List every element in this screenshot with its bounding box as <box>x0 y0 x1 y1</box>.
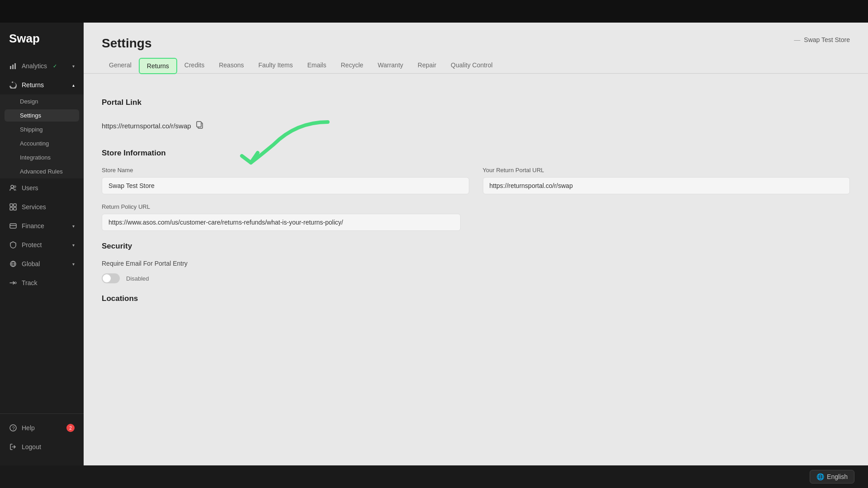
returns-submenu: Design Settings Shipping Accounting Inte… <box>0 94 84 178</box>
analytics-badge: ✓ <box>53 63 57 69</box>
return-policy-label: Return Policy URL <box>102 203 461 210</box>
sidebar-item-help[interactable]: ? Help 2 <box>0 418 84 437</box>
store-info-row-2: Return Policy URL <box>102 203 850 231</box>
logout-icon <box>9 443 17 451</box>
tab-warranty[interactable]: Warranty <box>371 58 410 74</box>
sidebar: Swap Analytics ✓ ▾ Returns ▴ Design Sett… <box>0 23 84 465</box>
tab-recycle[interactable]: Recycle <box>334 58 371 74</box>
svg-rect-0 <box>10 66 11 69</box>
sidebar-item-users[interactable]: Users <box>0 178 84 197</box>
portal-link-section: Portal Link https://returnsportal.co/r/s… <box>102 98 850 135</box>
store-info-title: Store Information <box>102 149 850 158</box>
portal-url-input[interactable] <box>483 177 850 194</box>
tab-repair[interactable]: Repair <box>410 58 443 74</box>
tab-credits[interactable]: Credits <box>177 58 212 74</box>
email-toggle[interactable] <box>102 273 120 283</box>
analytics-arrow: ▾ <box>72 64 75 69</box>
sidebar-item-returns[interactable]: Returns ▴ <box>0 75 84 94</box>
require-email-label: Require Email For Portal Entry <box>102 260 850 267</box>
return-policy-input[interactable] <box>102 214 461 231</box>
store-indicator: — Swap Test Store <box>794 36 850 43</box>
svg-point-11 <box>14 282 16 284</box>
sidebar-label-protect: Protect <box>22 241 42 249</box>
sidebar-sub-settings[interactable]: Settings <box>5 109 79 122</box>
protect-icon <box>9 241 17 249</box>
store-name-input[interactable] <box>102 177 469 194</box>
sidebar-label-global: Global <box>22 260 40 267</box>
svg-rect-15 <box>197 122 201 127</box>
sidebar-item-track[interactable]: Track <box>0 273 84 292</box>
content-header: Settings — Swap Test Store <box>84 23 868 51</box>
sidebar-label-services: Services <box>22 203 46 211</box>
language-button[interactable]: 🌐 English <box>810 470 854 483</box>
locations-title: Locations <box>102 294 850 303</box>
sidebar-item-protect[interactable]: Protect ▾ <box>0 235 84 254</box>
sidebar-item-services[interactable]: Services <box>0 197 84 216</box>
sidebar-sub-advanced-rules[interactable]: Advanced Rules <box>0 164 84 178</box>
sidebar-label-logout: Logout <box>22 443 41 450</box>
locations-section: Locations <box>102 294 850 303</box>
sidebar-label-help: Help <box>22 424 35 432</box>
sidebar-label-finance: Finance <box>22 222 44 230</box>
chat-badge: 2 <box>66 424 75 432</box>
help-icon: ? <box>9 424 17 432</box>
portal-link-display: https://returnsportal.co/r/swap <box>102 116 850 135</box>
finance-arrow: ▾ <box>72 224 75 229</box>
sidebar-item-finance[interactable]: Finance ▾ <box>0 216 84 235</box>
sidebar-sub-integrations[interactable]: Integrations <box>0 150 84 164</box>
sidebar-sub-design[interactable]: Design <box>0 94 84 108</box>
portal-url-group: Your Return Portal URL <box>483 167 850 194</box>
toggle-row: Disabled <box>102 273 850 283</box>
tab-reasons[interactable]: Reasons <box>212 58 251 74</box>
portal-link-title: Portal Link <box>102 98 850 107</box>
dash: — <box>794 36 800 43</box>
tab-faulty-items[interactable]: Faulty Items <box>251 58 300 74</box>
tabs-bar: General Returns Credits Reasons Faulty I… <box>84 51 868 74</box>
return-policy-group: Return Policy URL <box>102 203 461 231</box>
tab-general[interactable]: General <box>102 58 139 74</box>
store-info-row-1: Store Name Your Return Portal URL <box>102 167 850 194</box>
services-icon <box>9 203 17 211</box>
global-icon <box>9 260 17 268</box>
sidebar-label-returns: Returns <box>22 81 44 89</box>
returns-icon <box>9 81 17 89</box>
top-bar <box>0 0 868 23</box>
sidebar-sub-accounting[interactable]: Accounting <box>0 136 84 150</box>
sidebar-item-global[interactable]: Global ▾ <box>0 254 84 273</box>
app-logo: Swap <box>0 32 84 56</box>
store-name-group: Store Name <box>102 167 469 194</box>
tab-emails[interactable]: Emails <box>300 58 334 74</box>
language-label: English <box>827 473 848 480</box>
svg-rect-5 <box>10 204 13 206</box>
sidebar-sub-shipping[interactable]: Shipping <box>0 122 84 136</box>
protect-arrow: ▾ <box>72 243 75 248</box>
globe-icon: 🌐 <box>816 473 824 480</box>
sidebar-item-analytics[interactable]: Analytics ✓ ▾ <box>0 56 84 75</box>
page-title: Settings <box>102 36 151 51</box>
global-arrow: ▾ <box>72 262 75 267</box>
sidebar-label-users: Users <box>22 184 38 192</box>
svg-rect-1 <box>12 65 14 69</box>
svg-rect-6 <box>14 204 16 206</box>
copy-icon[interactable] <box>196 121 204 131</box>
sidebar-label-analytics: Analytics <box>22 62 47 70</box>
security-title: Security <box>102 242 850 251</box>
store-name-label: Store Name <box>102 167 469 174</box>
svg-rect-9 <box>10 224 16 228</box>
chart-icon <box>9 62 17 70</box>
svg-point-3 <box>11 185 14 188</box>
track-icon <box>9 279 17 287</box>
tab-returns[interactable]: Returns <box>139 58 177 74</box>
tab-quality-control[interactable]: Quality Control <box>443 58 500 74</box>
portal-url-label: Your Return Portal URL <box>483 167 850 174</box>
bottom-bar: 🌐 English <box>0 465 868 488</box>
svg-point-4 <box>14 186 16 188</box>
sidebar-label-track: Track <box>22 279 37 286</box>
security-section: Security Require Email For Portal Entry … <box>102 242 850 283</box>
sidebar-item-logout[interactable]: Logout <box>0 437 84 456</box>
sidebar-bottom: ? Help 2 Logout <box>0 413 84 456</box>
content-area: Settings — Swap Test Store General Retur… <box>84 23 868 465</box>
svg-rect-7 <box>10 207 13 210</box>
svg-rect-2 <box>14 63 16 69</box>
returns-arrow: ▴ <box>72 83 75 88</box>
